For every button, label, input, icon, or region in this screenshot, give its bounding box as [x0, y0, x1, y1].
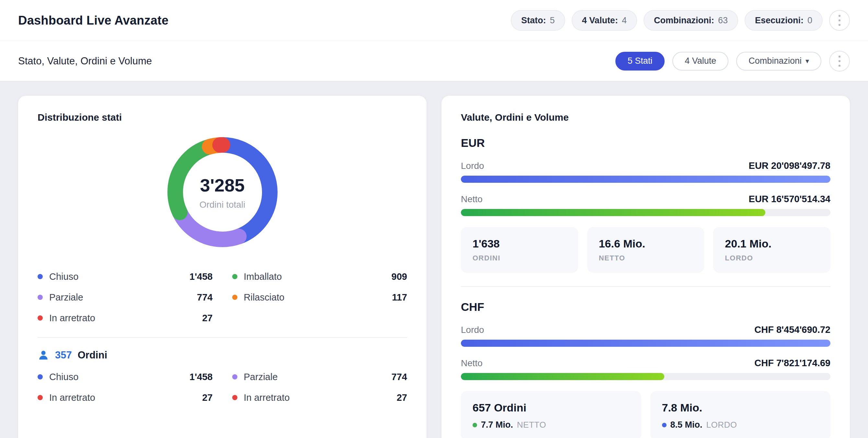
filter-button-stati[interactable]: 5 Stati: [615, 52, 665, 70]
currency-section-eur: EUR Lordo EUR 20'098'497.78 Netto EUR 16…: [461, 136, 831, 273]
stat-box-ordini: 1'638 ORDINI: [461, 227, 578, 273]
stat-box-volume-lordo: 7.8 Mio. 8.5 Mio. LORDO: [650, 391, 831, 438]
lordo-dot: [662, 423, 666, 427]
chf-lordo-bar: [461, 340, 831, 347]
chf-lordo-bar-fill: [461, 340, 831, 347]
legend-dot: [37, 315, 43, 321]
legend-dot: [232, 295, 238, 300]
eur-netto-bar: [461, 209, 831, 216]
stat-box-netto: 16.6 Mio. NETTO: [587, 227, 705, 273]
filter-button-valute[interactable]: 4 Valute: [672, 52, 728, 70]
currency-code: CHF: [461, 301, 831, 313]
kebab-icon: [839, 56, 840, 58]
stat-box-lordo: 20.1 Mio. LORDO: [713, 227, 831, 273]
legend-dot: [232, 274, 238, 279]
filter-dropdown-combinazioni[interactable]: Combinazioni ▾: [736, 52, 822, 70]
card-title: Valute, Ordini e Volume: [461, 112, 831, 123]
badge-esecuzioni: Esecuzioni: 0: [745, 10, 823, 31]
legend-item: In arretrato 27: [37, 312, 213, 324]
netto-row: Netto CHF 7'821'174.69: [461, 358, 831, 368]
header-badges: Stato: 5 4 Valute: 4 Combinazioni: 63 Es…: [511, 10, 850, 31]
legend-item: Imballato 909: [232, 271, 407, 282]
orders-summary: 357 Ordini: [37, 349, 407, 361]
eur-stats: 1'638 ORDINI 16.6 Mio. NETTO 20.1 Mio. L…: [461, 227, 831, 273]
netto-dot: [472, 423, 477, 427]
orders-total-label: Ordini totali: [199, 200, 246, 210]
legend-item: Chiuso 1'458: [37, 371, 213, 382]
divider: [461, 286, 831, 287]
header-more-menu-button[interactable]: [829, 10, 850, 31]
chf-stats: 657 Ordini 7.7 Mio. NETTO 7.8 Mio. 8.5 M…: [461, 391, 831, 438]
lordo-row: Lordo CHF 8'454'690.72: [461, 325, 831, 335]
legend-item: In arretrato 27: [37, 392, 213, 403]
currency-volume-card: Valute, Ordini e Volume EUR Lordo EUR 20…: [441, 96, 850, 438]
status-distribution-card: Distribuzione stati 3'285 Ordini totali …: [18, 96, 427, 438]
badge-valute: 4 Valute: 4: [572, 10, 637, 31]
divider: [37, 337, 407, 338]
status-donut-chart: 3'285 Ordini totali: [167, 137, 278, 247]
legend-item: In arretrato 27: [232, 392, 407, 403]
chf-netto-bar-fill: [461, 373, 664, 380]
orders-total-value: 3'285: [200, 175, 245, 196]
orders-legend: Chiuso 1'458 Parziale 774 In arretrato 2…: [37, 371, 407, 403]
section-toolbar: Stato, Valute, Ordini e Volume 5 Stati 4…: [0, 41, 868, 81]
legend-item: Rilasciato 117: [232, 292, 407, 303]
netto-row: Netto EUR 16'570'514.34: [461, 194, 831, 204]
section-title: Stato, Valute, Ordini e Volume: [18, 55, 152, 67]
legend-dot: [37, 295, 43, 300]
eur-lordo-bar: [461, 176, 831, 183]
legend-dot: [37, 274, 43, 279]
donut-center: 3'285 Ordini totali: [167, 137, 278, 247]
legend-dot: [37, 395, 43, 400]
status-legend: Chiuso 1'458 Imballato 909 Parziale 774 …: [37, 271, 407, 324]
stat-box-ordini-netto: 657 Ordini 7.7 Mio. NETTO: [461, 391, 641, 438]
legend-dot: [37, 374, 43, 379]
badge-combinazioni: Combinazioni: 63: [644, 10, 738, 31]
legend-item: Parziale 774: [232, 371, 407, 382]
legend-item: Chiuso 1'458: [37, 271, 213, 282]
legend-item: Parziale 774: [37, 292, 213, 303]
eur-lordo-bar-fill: [461, 176, 831, 183]
caret-down-icon: ▾: [805, 58, 809, 65]
badge-stato: Stato: 5: [511, 10, 565, 31]
legend-dot: [232, 395, 238, 400]
chf-netto-bar: [461, 373, 831, 380]
page-title: Dashboard Live Avanzate: [18, 13, 168, 28]
toolbar-actions: 5 Stati 4 Valute Combinazioni ▾: [615, 51, 850, 71]
legend-dot: [232, 374, 238, 379]
legend-item-empty: [232, 312, 407, 324]
lordo-row: Lordo EUR 20'098'497.78: [461, 161, 831, 171]
currency-section-chf: CHF Lordo CHF 8'454'690.72 Netto CHF 7'8…: [461, 301, 831, 438]
toolbar-more-menu-button[interactable]: [829, 51, 850, 71]
main-content: Distribuzione stati 3'285 Ordini totali …: [0, 81, 868, 438]
card-title: Distribuzione stati: [37, 112, 407, 123]
app-header: Dashboard Live Avanzate Stato: 5 4 Valut…: [0, 0, 868, 41]
orders-count-label: Ordini: [78, 349, 107, 361]
kebab-icon: [839, 15, 840, 17]
currency-code: EUR: [461, 136, 831, 149]
person-icon: [37, 349, 49, 361]
orders-count: 357: [55, 349, 72, 361]
eur-netto-bar-fill: [461, 209, 765, 216]
